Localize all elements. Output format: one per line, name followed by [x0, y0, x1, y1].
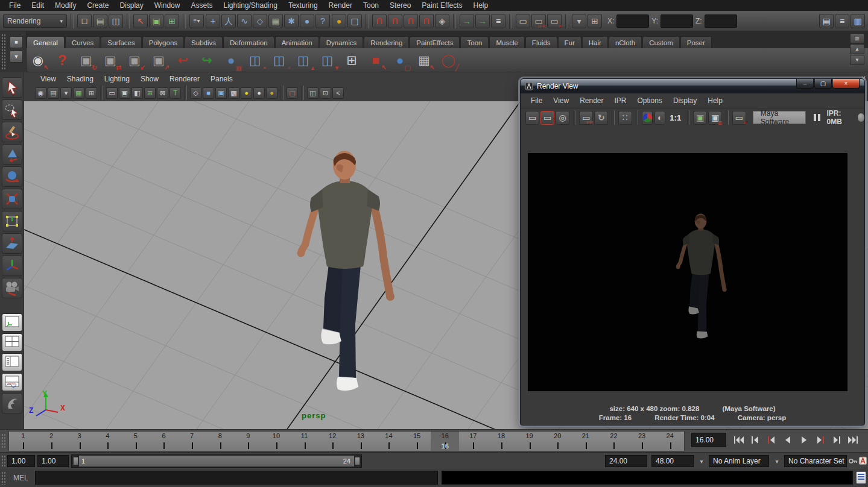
help-icon[interactable]: ? [53, 51, 71, 69]
scale-tool-button[interactable] [2, 189, 22, 209]
list-input-operations-icon[interactable]: ≡ [491, 14, 505, 28]
show-manipulator-tool-button[interactable] [2, 256, 22, 276]
timeline-frame[interactable]: 13 13 [347, 432, 375, 451]
renderer-selector[interactable]: Maya Software [753, 111, 806, 124]
play-backwards-button[interactable] [780, 433, 795, 447]
timeline-frame[interactable]: 18 18 [487, 432, 516, 451]
close-button[interactable]: × [832, 79, 860, 89]
auto-keyframe-icon[interactable] [858, 456, 867, 465]
input-connections-icon[interactable]: → [460, 14, 474, 28]
pause-ipr-icon[interactable] [814, 114, 820, 121]
delete-unused-nodes-icon[interactable]: ●▥ [222, 51, 240, 69]
menu-item[interactable]: Toon [358, 1, 384, 10]
step-back-key-button[interactable] [764, 433, 779, 447]
timeline-frame[interactable]: 5 5 [122, 432, 150, 451]
ungroup-icon[interactable]: ◫▾ [318, 51, 337, 69]
timeline-frame[interactable]: 17 17 [459, 432, 487, 451]
timeline-frame[interactable]: 23 23 [628, 432, 656, 451]
render-view-menu-item[interactable]: Options [632, 96, 668, 105]
playblast-icon[interactable]: ◉↖ [29, 51, 47, 69]
resolution-gate-icon[interactable]: ▣ [119, 87, 130, 99]
timeline-frame[interactable]: 22 22 [600, 432, 628, 451]
play-forwards-button[interactable] [796, 433, 811, 447]
shelf-tab[interactable]: Dynamics [320, 36, 363, 48]
select-surfaces-mask-icon[interactable]: ◇ [253, 14, 267, 28]
range-slider-bar[interactable] [79, 456, 354, 467]
snapshot-icon[interactable]: ◎ [556, 111, 569, 125]
timeline-frame[interactable]: 24 24 [656, 432, 684, 451]
command-language-label[interactable]: MEL [13, 474, 28, 482]
new-scene-icon[interactable]: □ [77, 14, 92, 28]
display-rgb-channels-icon[interactable] [642, 111, 653, 125]
remove-image-icon[interactable]: ▣▥ [708, 111, 722, 125]
menu-item[interactable]: Edit [26, 1, 49, 10]
parent-icon[interactable]: ◫▪ [246, 51, 264, 69]
shelf-menu-button[interactable]: ■ [10, 36, 23, 48]
shelf-tab[interactable]: Deformation [223, 36, 274, 48]
menu-item[interactable]: Display [114, 1, 148, 10]
select-by-component-icon[interactable]: ⊞ [165, 14, 179, 28]
render-settings-icon[interactable]: ▭≈ [547, 14, 562, 28]
paint-select-tool-button[interactable] [2, 122, 22, 142]
lighting-flat-icon[interactable]: ● [266, 87, 277, 99]
shelf-dropdown-button[interactable]: ▼ [10, 51, 23, 63]
four-pane-layout-button[interactable] [2, 333, 22, 351]
shelf-tab[interactable]: PaintEffects [410, 36, 460, 48]
menu-item[interactable]: Paint Effects [416, 1, 467, 10]
smooth-shade-icon[interactable]: ■ [203, 87, 214, 99]
safe-title-icon[interactable]: T [169, 87, 181, 99]
select-misc-mask-icon[interactable]: ? [315, 14, 330, 28]
anim-layer-field[interactable]: No Anim Layer [709, 455, 769, 467]
select-joints-mask-icon[interactable]: 人 [221, 14, 236, 28]
go-to-start-button[interactable] [731, 433, 746, 447]
timeline-grip[interactable] [1, 433, 6, 448]
track-camera-icon[interactable]: ▣⇄ [101, 51, 119, 69]
absolute-transform-icon[interactable]: ⊞ [588, 14, 602, 28]
render-view-titlebar[interactable]: Render View – ▢ × [521, 79, 864, 93]
shelf-tab[interactable]: Animation [275, 36, 319, 48]
timeline-frame[interactable]: 8 8 [206, 432, 234, 451]
range-grip[interactable] [1, 455, 6, 467]
timeline-frame[interactable]: 1 1 [9, 432, 37, 451]
universal-manipulator-button[interactable] [2, 211, 22, 231]
timeline-frame[interactable]: 12 12 [318, 432, 347, 451]
shelf-tab[interactable]: Subdivs [185, 36, 223, 48]
animation-start-field[interactable]: 1.00 [7, 455, 35, 467]
render-current-frame-icon[interactable]: ▭ [525, 111, 539, 125]
ipr-render-icon[interactable]: ▭IPR [579, 111, 593, 125]
go-to-end-button[interactable] [845, 433, 860, 447]
select-tool-button[interactable] [2, 77, 22, 98]
keep-image-icon[interactable]: ▣ [693, 111, 707, 125]
hypergraph-icon[interactable]: ⊞ [343, 51, 361, 69]
render-view-menu-item[interactable]: File [525, 96, 548, 105]
step-forward-frame-button[interactable] [829, 433, 844, 447]
lighting-selected-icon[interactable]: ● [253, 87, 265, 99]
menu-set-selector[interactable]: Rendering ▾ [3, 14, 67, 28]
real-size-button[interactable]: 1:1 [667, 113, 683, 122]
viewport-menu-item[interactable]: Panels [205, 75, 238, 83]
gate-mask-icon[interactable]: ◧ [131, 87, 143, 99]
snap-to-points-icon[interactable]: U [404, 14, 418, 28]
select-deformations-mask-icon[interactable]: ▦ [268, 14, 283, 28]
timeline-frame[interactable]: 20 20 [543, 432, 572, 451]
single-pane-layout-button[interactable] [2, 313, 22, 331]
command-line-grip[interactable] [1, 471, 6, 485]
outliner-persp-layout-button[interactable] [2, 353, 22, 371]
save-scene-icon[interactable]: ◫ [109, 14, 123, 28]
select-by-object-icon[interactable]: ▣ [149, 14, 163, 28]
channel-box-icon[interactable]: ▥ [851, 14, 865, 28]
menu-item[interactable]: Modify [49, 1, 81, 10]
snap-together-icon[interactable]: ■↖ [367, 51, 385, 69]
mel-command-input[interactable] [35, 471, 438, 485]
viewport-menu-item[interactable]: View [35, 75, 62, 83]
shelf-trash-icon[interactable]: ▥ [850, 33, 864, 43]
select-rendering-mask-icon[interactable]: ● [300, 14, 314, 28]
render-view-menu-item[interactable]: View [548, 96, 574, 105]
redo-previous-render-icon[interactable]: ▭ [540, 111, 554, 125]
last-tool-camera-button[interactable] [2, 278, 22, 298]
shared-display-icon[interactable]: < [332, 87, 344, 99]
lock-selection-icon[interactable]: ● [332, 14, 346, 28]
select-by-hierarchy-icon[interactable]: ↖ [133, 14, 148, 28]
timeline-frame[interactable]: 6 6 [150, 432, 178, 451]
display-alpha-channel-icon[interactable]: ◐ [654, 111, 665, 125]
